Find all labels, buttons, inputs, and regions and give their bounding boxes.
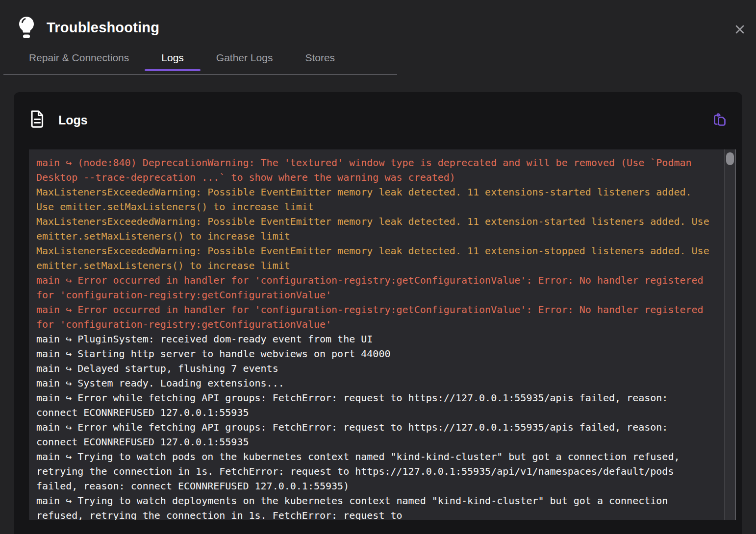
app-header: Troubleshooting Repair & ConnectionsLogs… — [0, 0, 756, 75]
tab-bar: Repair & ConnectionsLogsGather LogsStore… — [29, 52, 335, 71]
copy-icon[interactable] — [712, 112, 728, 128]
scrollbar-track[interactable] — [724, 149, 736, 520]
log-line: main ↪ Error while fetching API groups: … — [36, 390, 712, 420]
document-icon — [29, 110, 45, 130]
logs-card-header: Logs — [14, 92, 742, 130]
lightbulb-icon — [18, 16, 35, 42]
log-line: main ↪ Error while fetching API groups: … — [36, 420, 712, 449]
tab-repair-connections[interactable]: Repair & Connections — [29, 52, 129, 71]
log-line: main ↪ Trying to watch pods on the kuber… — [36, 449, 712, 493]
tab-gather-logs[interactable]: Gather Logs — [216, 52, 273, 71]
log-line: main ↪ Starting http server to handle we… — [36, 346, 712, 361]
log-line: MaxListenersExceededWarning: Possible Ev… — [36, 185, 712, 214]
log-terminal[interactable]: main ↪ (node:840) DeprecationWarning: Th… — [29, 149, 736, 520]
card-title: Logs — [58, 113, 88, 127]
log-line: main ↪ Error occurred in handler for 'co… — [36, 273, 712, 302]
scrollbar-thumb[interactable] — [726, 152, 734, 165]
log-line: main ↪ Delayed startup, flushing 7 event… — [36, 361, 712, 376]
log-line: main ↪ (node:840) DeprecationWarning: Th… — [36, 155, 712, 185]
log-line: main ↪ Error occurred in handler for 'co… — [36, 302, 712, 332]
log-line: main ↪ PluginSystem: received dom-ready … — [36, 332, 712, 346]
tab-logs[interactable]: Logs — [161, 52, 184, 71]
log-line: main ↪ Trying to watch deployments on th… — [36, 493, 712, 520]
tab-stores[interactable]: Stores — [305, 52, 335, 71]
log-line: MaxListenersExceededWarning: Possible Ev… — [36, 243, 712, 273]
log-line: main ↪ System ready. Loading extensions.… — [36, 376, 712, 390]
page-title: Troubleshooting — [47, 20, 159, 36]
logs-card: Logs main ↪ (node:840) DeprecationWarnin… — [14, 92, 742, 534]
tab-divider — [3, 74, 397, 75]
close-icon[interactable] — [734, 24, 746, 35]
log-content: main ↪ (node:840) DeprecationWarning: Th… — [29, 149, 712, 520]
log-line: MaxListenersExceededWarning: Possible Ev… — [36, 214, 712, 243]
